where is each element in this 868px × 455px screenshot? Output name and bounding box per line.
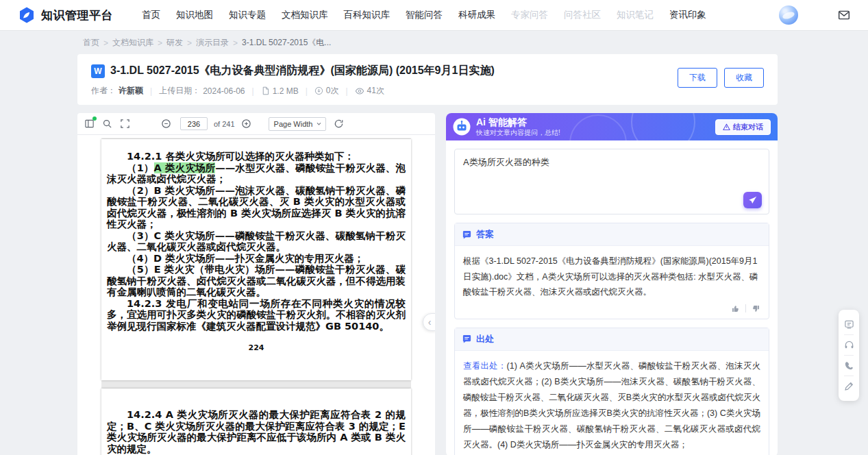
breadcrumb-item-home[interactable]: 首页 xyxy=(83,37,99,49)
meta-divider: | xyxy=(252,86,254,96)
answer-text: 根据《3-1.DL 5027-2015《电力设备典型消防规程》(国家能源局)(2… xyxy=(455,246,769,303)
mail-icon[interactable] xyxy=(838,9,850,21)
ai-panel-subtitle: 快速对文章内容提问，总结! xyxy=(476,129,560,137)
meta-divider: | xyxy=(150,86,152,96)
navbar-right xyxy=(779,5,850,25)
source-icon xyxy=(462,334,472,344)
download-button[interactable]: 下载 xyxy=(678,68,717,88)
pdf-viewer-panel: of 241 Page Width xyxy=(77,113,435,455)
zoom-out-icon[interactable] xyxy=(161,119,171,129)
question-input[interactable]: A类场所灭火器的种类 xyxy=(454,149,769,214)
document-meta: 作者： 许新颖 | 上传日期： 2024-06-06 | 1.2 MB | xyxy=(91,85,764,97)
breadcrumb-separator: > xyxy=(233,38,238,48)
page-number-input[interactable] xyxy=(180,117,208,130)
file-icon xyxy=(261,86,270,95)
alert-icon xyxy=(723,123,730,131)
thumbnail-panel-icon[interactable] xyxy=(84,119,95,129)
nav-item-news[interactable]: 资讯印象 xyxy=(669,9,706,21)
nav-item-knowledge-notes: 知识笔记 xyxy=(617,9,654,21)
feedback-icon[interactable] xyxy=(844,315,854,334)
pdf-page-1: 14.2.1 各类火灾场所可以选择的灭火器种类如下： （1）A 类火灾场所——水… xyxy=(101,139,411,380)
nav-item-doc-library[interactable]: 文档知识库 xyxy=(282,9,328,21)
thumbs-down-button[interactable] xyxy=(752,304,760,313)
floating-side-toolbar xyxy=(839,310,859,401)
main-nav: 首页 知识地图 知识专题 文档知识库 百科知识库 智能问答 科研成果 专家问答 … xyxy=(142,9,706,21)
user-avatar[interactable] xyxy=(779,5,798,25)
thumbs-up-button[interactable] xyxy=(731,304,740,313)
ai-panel-title: Ai 智能解答 xyxy=(476,116,560,128)
answer-card: 答案 根据《3-1.DL 5027-2015《电力设备典型消防规程》(国家能源局… xyxy=(454,223,769,319)
end-chat-button[interactable]: 结束对话 xyxy=(715,119,771,135)
zoom-in-icon[interactable] xyxy=(241,119,251,129)
source-paragraph: 查看出处：(1) A类火灾场所——水型灭火器、磷酸铵盐干粉灭火器、泡沫灭火器或卤… xyxy=(463,358,760,454)
end-chat-label: 结束对话 xyxy=(733,122,763,132)
source-card: 出处 查看出处：(1) A类火灾场所——水型灭火器、磷酸铵盐干粉灭火器、泡沫灭火… xyxy=(454,328,769,455)
nav-item-expert-qa: 专家问答 xyxy=(511,9,548,21)
zoom-mode-value: Page Width xyxy=(274,120,313,128)
favorite-button[interactable]: 收藏 xyxy=(724,68,764,88)
pdf-scroll-area[interactable]: 14.2.1 各类火灾场所可以选择的灭火器种类如下： （1）A 类火灾场所——水… xyxy=(77,135,435,455)
upload-date: 2024-06-06 xyxy=(203,86,245,96)
meta-divider: | xyxy=(345,86,347,96)
ai-answer-panel: Ai 智能解答 快速对文章内容提问，总结! 结束对话 A类场所灭火器的种类 xyxy=(446,113,778,455)
source-label: 出处 xyxy=(476,333,494,345)
send-icon xyxy=(748,196,757,205)
send-button[interactable] xyxy=(743,192,762,208)
top-navbar: 知识管理平台 首页 知识地图 知识专题 文档知识库 百科知识库 智能问答 科研成… xyxy=(0,0,868,30)
view-source-link[interactable]: 查看出处： xyxy=(463,361,507,371)
doc-paragraph: 14.2.1 各类火灾场所可以选择的灭火器种类如下： xyxy=(107,151,406,162)
headset-icon[interactable] xyxy=(844,335,854,355)
nav-item-encyclopedia[interactable]: 百科知识库 xyxy=(344,9,390,21)
search-highlight: A 类火灾场所 xyxy=(154,162,216,173)
robot-icon xyxy=(453,118,471,136)
pdf-page-2: 14.2.4 A 类火灾场所灭火器的最大保护距离应符合表 2 的规定；B、C 类… xyxy=(101,389,411,455)
document-actions: 下载 收藏 xyxy=(678,68,764,88)
breadcrumb-item-rd[interactable]: 研发 xyxy=(166,37,183,49)
ai-panel-header: Ai 智能解答 快速对文章内容提问，总结! 结束对话 xyxy=(446,113,778,140)
notification-dot xyxy=(92,116,97,121)
fullscreen-icon[interactable] xyxy=(120,119,130,129)
meta-divider: | xyxy=(306,86,308,96)
search-icon[interactable] xyxy=(102,119,112,129)
doc-paragraph: 14.2.4 A 类火灾场所灭火器的最大保护距离应符合表 2 的规定；B、C 类… xyxy=(107,409,406,454)
download-count: 0次 xyxy=(326,85,339,97)
breadcrumb-separator: > xyxy=(103,38,108,48)
footer-divider xyxy=(745,304,746,312)
file-size: 1.2 MB xyxy=(273,86,299,96)
nav-item-knowledge-map[interactable]: 知识地图 xyxy=(176,9,213,21)
doc-paragraph: （3）C 类火灾场所——磷酸铵盐干粉灭火器、碳酸氢钠干粉灭火器、二氧化碳灭火器或… xyxy=(107,230,406,253)
download-count-icon xyxy=(314,86,323,95)
pdf-toolbar: of 241 Page Width xyxy=(77,113,435,135)
nav-item-research-results[interactable]: 科研成果 xyxy=(458,9,495,21)
breadcrumb-separator: > xyxy=(158,38,162,48)
source-text-1: (1) A类火灾场所——水型灭火器、磷酸铵盐干粉灭火器、泡沫灭火器或卤代烷灭火器… xyxy=(463,361,760,450)
upload-date-label: 上传日期： xyxy=(159,85,200,97)
page-width-select[interactable]: Page Width xyxy=(269,117,327,131)
app-logo[interactable]: 知识管理平台 xyxy=(18,6,113,24)
nav-item-knowledge-topic[interactable]: 知识专题 xyxy=(229,9,266,21)
document-header-card: W 3-1.DL 5027-2015《电力设备典型消防规程》(国家能源局) (2… xyxy=(77,54,778,105)
question-text: A类场所灭火器的种类 xyxy=(463,157,549,167)
view-count: 41次 xyxy=(367,85,384,97)
author-name: 许新颖 xyxy=(119,85,143,97)
edit-icon[interactable] xyxy=(844,376,854,396)
page-count-label: of 241 xyxy=(214,120,235,128)
breadcrumb: 首页 > 文档知识库 > 研发 > 演示目录 > 3-1.DL 5027-201… xyxy=(77,30,778,54)
rotate-icon[interactable] xyxy=(334,119,344,129)
answer-icon xyxy=(462,230,472,240)
nav-item-home[interactable]: 首页 xyxy=(142,9,160,21)
breadcrumb-separator: > xyxy=(187,38,192,48)
nav-item-smart-qa[interactable]: 智能问答 xyxy=(406,9,443,21)
author-label: 作者： xyxy=(91,85,116,97)
doc-paragraph: （1）A 类火灾场所——水型灭火器、磷酸铵盐干粉灭火器、泡沫灭火器或卤代烷灭火器… xyxy=(107,162,406,185)
views-icon xyxy=(355,86,364,96)
breadcrumb-item-doc-library[interactable]: 文档知识库 xyxy=(112,37,153,49)
logo-icon xyxy=(18,6,36,24)
app-title: 知识管理平台 xyxy=(41,8,113,23)
doc-paragraph: （2）B 类火灾场所——泡沫灭火器、碳酸氢钠干粉灭火器、磷酸铵盐干粉灭火器、二氧… xyxy=(107,185,406,230)
breadcrumb-current: 3-1.DL 5027-2015《电... xyxy=(242,37,331,49)
nav-item-qa-community: 问答社区 xyxy=(564,9,601,21)
doc-paragraph: （5）E 类火灾（带电火灾）场所——磷酸铵盐干粉灭火器、碳酸氢钠干粉灭火器、卤代… xyxy=(107,264,406,298)
breadcrumb-item-demo-dir[interactable]: 演示目录 xyxy=(196,37,229,49)
phone-icon[interactable] xyxy=(844,356,854,376)
